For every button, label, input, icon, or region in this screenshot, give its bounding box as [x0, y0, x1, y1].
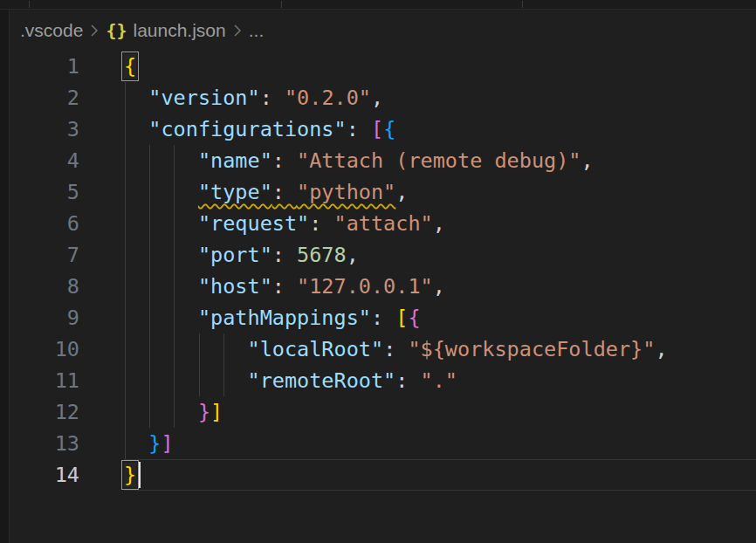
code-text[interactable]: "port": 5678, [124, 239, 359, 271]
code-text[interactable]: "host": "127.0.0.1", [124, 271, 445, 302]
chevron-right-icon [89, 22, 100, 39]
text-cursor [138, 462, 141, 488]
code-line[interactable]: 4 "name": "Attach (remote debug)", [10, 145, 756, 176]
code-text[interactable]: } [124, 459, 141, 491]
line-number[interactable]: 7 [10, 239, 79, 271]
code-text[interactable]: "localRoot": "${workspaceFolder}", [124, 333, 668, 365]
code-text[interactable]: }] [124, 428, 174, 459]
code-text[interactable]: "pathMappings": [{ [124, 302, 421, 333]
chevron-right-icon [232, 22, 243, 39]
code-line[interactable]: 3 "configurations": [{ [10, 113, 756, 145]
code-text[interactable]: { [124, 51, 136, 82]
window-edge-strip [0, 10, 10, 543]
breadcrumb-symbol-more[interactable]: ... [249, 20, 265, 41]
code-line[interactable]: 12 }] [10, 396, 756, 428]
tab-separator [29, 1, 30, 8]
code-lines: 1{2 "version": "0.2.0",3 "configurations… [10, 51, 756, 491]
breadcrumb-file[interactable]: launch.json [133, 20, 225, 41]
code-text[interactable]: "request": "attach", [124, 208, 445, 239]
code-line[interactable]: 1{ [10, 51, 756, 82]
tab-separator [522, 1, 523, 8]
code-text[interactable]: "name": "Attach (remote debug)", [124, 145, 594, 176]
code-text[interactable]: "version": "0.2.0", [124, 82, 383, 113]
breadcrumb-folder[interactable]: .vscode [20, 20, 83, 41]
code-text[interactable]: }] [124, 396, 223, 428]
line-number[interactable]: 2 [10, 82, 79, 113]
code-area: 1{2 "version": "0.2.0",3 "configurations… [10, 51, 756, 491]
line-number[interactable]: 1 [10, 51, 79, 82]
code-line[interactable]: 10 "localRoot": "${workspaceFolder}", [10, 333, 756, 365]
line-number[interactable]: 10 [10, 333, 79, 365]
code-line[interactable]: 5 "type": "python", [10, 176, 756, 208]
tab-separator [281, 1, 282, 8]
json-file-icon: {} [106, 20, 127, 41]
code-line[interactable]: 7 "port": 5678, [10, 239, 756, 271]
code-line[interactable]: 9 "pathMappings": [{ [10, 302, 756, 333]
code-text[interactable]: "remoteRoot": "." [124, 365, 457, 396]
line-number[interactable]: 4 [10, 145, 79, 176]
code-line[interactable]: 2 "version": "0.2.0", [10, 82, 756, 113]
code-line[interactable]: 14} [10, 459, 756, 491]
line-number[interactable]: 12 [10, 396, 79, 428]
code-line[interactable]: 8 "host": "127.0.0.1", [10, 271, 756, 302]
code-text[interactable]: "type": "python", [124, 176, 408, 208]
tab-bar [0, 0, 756, 10]
line-number[interactable]: 5 [10, 176, 79, 208]
line-number[interactable]: 8 [10, 271, 79, 302]
code-text[interactable]: "configurations": [{ [124, 113, 395, 145]
breadcrumb: .vscode {} launch.json ... [10, 10, 756, 51]
line-number[interactable]: 3 [10, 113, 79, 145]
line-number[interactable]: 13 [10, 428, 79, 459]
code-line[interactable]: 11 "remoteRoot": "." [10, 365, 756, 396]
line-number[interactable]: 9 [10, 302, 79, 333]
code-line[interactable]: 13 }] [10, 428, 756, 459]
line-number[interactable]: 14 [10, 459, 79, 491]
line-number[interactable]: 6 [10, 208, 79, 239]
code-line[interactable]: 6 "request": "attach", [10, 208, 756, 239]
editor: .vscode {} launch.json ... 1{2 "version"… [10, 10, 756, 543]
line-number[interactable]: 11 [10, 365, 79, 396]
